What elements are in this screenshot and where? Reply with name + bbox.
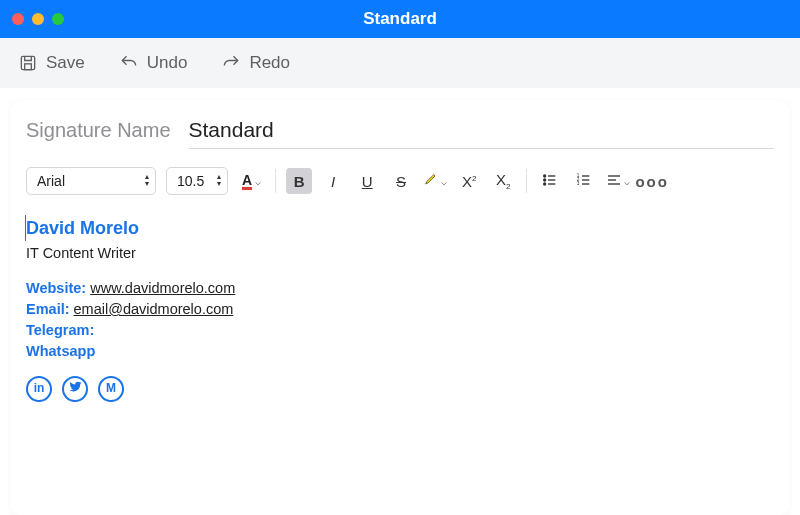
font-size-value: 10.5 (177, 173, 204, 189)
window-title: Standard (0, 9, 800, 29)
chevron-down-icon: ⌵ (441, 176, 447, 187)
align-icon (606, 172, 622, 191)
undo-button[interactable]: Undo (119, 53, 188, 73)
underline-button[interactable]: U (354, 168, 380, 194)
contact-block: Website: www.davidmorelo.com Email: emai… (26, 278, 774, 362)
stepper-arrows-icon: ▴▾ (145, 174, 149, 188)
signature-name-row: Signature Name (26, 116, 774, 149)
person-name-text: David Morelo (26, 218, 139, 238)
whatsapp-line: Whatsapp (26, 341, 774, 362)
bold-icon: B (294, 173, 305, 190)
svg-rect-1 (25, 63, 32, 69)
highlight-button[interactable]: ⌵ (422, 168, 448, 194)
signature-person-role: IT Content Writer (26, 243, 774, 264)
numbered-list-icon: 123 (576, 172, 592, 191)
subscript-icon: X2 (496, 171, 510, 191)
strikethrough-button[interactable]: S (388, 168, 414, 194)
telegram-label: Telegram: (26, 322, 94, 338)
superscript-button[interactable]: X2 (456, 168, 482, 194)
text-style-group: B I U S ⌵ X2 X2 (286, 168, 516, 194)
title-bar: Standard (0, 0, 800, 38)
signature-editor[interactable]: David Morelo IT Content Writer Website: … (26, 215, 774, 402)
twitter-icon[interactable] (62, 376, 88, 402)
linkedin-icon[interactable]: in (26, 376, 52, 402)
email-link[interactable]: email@davidmorelo.com (74, 301, 234, 317)
font-family-value: Arial (37, 173, 65, 189)
highlighter-icon (423, 172, 439, 191)
signature-name-input[interactable] (189, 116, 774, 149)
svg-rect-0 (21, 56, 34, 69)
file-toolbar: Save Undo Redo (0, 38, 800, 88)
save-icon (18, 53, 38, 73)
chevron-down-icon: ⌵ (624, 176, 630, 187)
font-size-select[interactable]: 10.5 ▴▾ (166, 167, 228, 195)
separator (526, 169, 527, 193)
svg-text:3: 3 (577, 181, 580, 186)
undo-icon (119, 53, 139, 73)
font-family-select[interactable]: Arial ▴▾ (26, 167, 156, 195)
stepper-arrows-icon: ▴▾ (217, 174, 221, 188)
window-controls (12, 13, 64, 25)
numbered-list-button[interactable]: 123 (571, 168, 597, 194)
editor-panel: Signature Name Arial ▴▾ 10.5 ▴▾ A ⌵ B I … (10, 100, 790, 515)
whatsapp-label: Whatsapp (26, 343, 95, 359)
bullet-list-button[interactable] (537, 168, 563, 194)
bullet-list-icon (542, 172, 558, 191)
italic-button[interactable]: I (320, 168, 346, 194)
website-link[interactable]: www.davidmorelo.com (90, 280, 235, 296)
social-icons: in M (26, 376, 774, 402)
redo-label: Redo (249, 53, 290, 73)
email-label: Email: (26, 301, 70, 317)
signature-person-name: David Morelo (26, 215, 139, 241)
signature-name-label: Signature Name (26, 119, 171, 142)
email-line: Email: email@davidmorelo.com (26, 299, 774, 320)
redo-button[interactable]: Redo (221, 53, 290, 73)
svg-point-4 (544, 179, 546, 181)
font-color-icon: A (242, 173, 252, 190)
close-window-button[interactable] (12, 13, 24, 25)
medium-icon[interactable]: M (98, 376, 124, 402)
save-label: Save (46, 53, 85, 73)
website-label: Website: (26, 280, 86, 296)
italic-icon: I (331, 173, 335, 190)
zoom-window-button[interactable] (52, 13, 64, 25)
undo-label: Undo (147, 53, 188, 73)
chevron-down-icon: ⌵ (255, 176, 261, 187)
subscript-button[interactable]: X2 (490, 168, 516, 194)
redo-icon (221, 53, 241, 73)
telegram-line: Telegram: (26, 320, 774, 341)
twitter-glyph (69, 380, 82, 398)
underline-icon: U (362, 173, 373, 190)
list-group: 123 ⌵ ooo (537, 168, 665, 194)
format-toolbar: Arial ▴▾ 10.5 ▴▾ A ⌵ B I U S ⌵ (26, 167, 774, 195)
more-icon: ooo (635, 173, 669, 190)
svg-point-6 (544, 183, 546, 185)
svg-point-2 (544, 175, 546, 177)
more-button[interactable]: ooo (639, 168, 665, 194)
medium-glyph: M (106, 380, 116, 397)
website-line: Website: www.davidmorelo.com (26, 278, 774, 299)
strikethrough-icon: S (396, 173, 406, 190)
font-color-button[interactable]: A ⌵ (238, 173, 265, 190)
bold-button[interactable]: B (286, 168, 312, 194)
text-caret (25, 215, 26, 241)
superscript-icon: X2 (462, 173, 476, 190)
save-button[interactable]: Save (18, 53, 85, 73)
separator (275, 169, 276, 193)
align-button[interactable]: ⌵ (605, 168, 631, 194)
linkedin-glyph: in (34, 380, 45, 397)
minimize-window-button[interactable] (32, 13, 44, 25)
